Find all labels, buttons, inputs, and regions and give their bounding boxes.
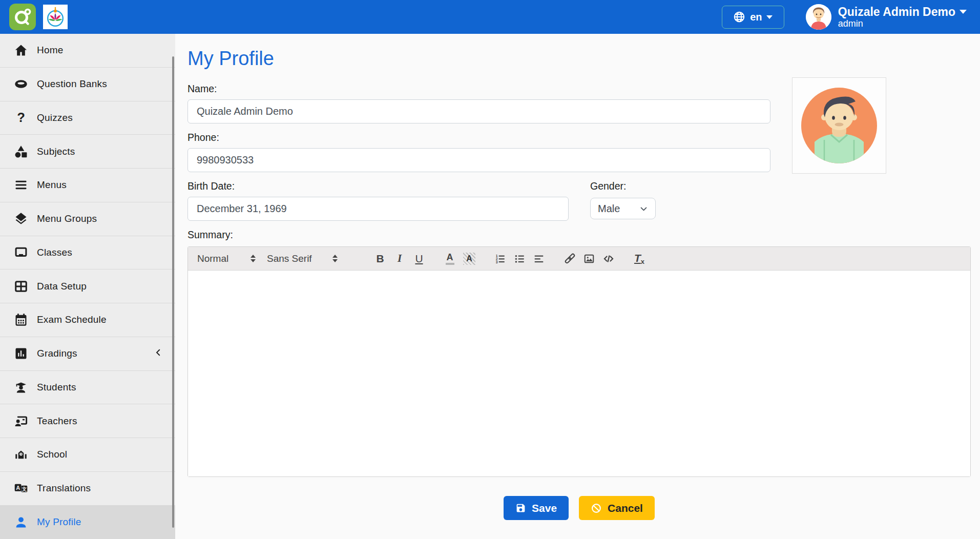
text-color-button[interactable]: A: [440, 250, 460, 267]
user-text: Quizale Admin Demo admin: [838, 5, 967, 29]
shapes-icon: [13, 144, 29, 159]
sidebar-item-classes[interactable]: Classes: [0, 236, 175, 270]
ordered-list-button[interactable]: 123: [490, 250, 510, 267]
italic-button[interactable]: I: [390, 250, 409, 267]
translate-icon: A文: [13, 481, 29, 496]
sidebar: Home Question Banks ? Quizzes Subjects M…: [0, 34, 175, 539]
teacher-board-icon: [13, 413, 29, 429]
image-button[interactable]: [579, 250, 599, 267]
user-role: admin: [838, 18, 967, 29]
lotus-logo[interactable]: [43, 5, 68, 29]
link-button[interactable]: [560, 250, 579, 267]
lotus-logo-glyph: [44, 6, 67, 28]
underline-button[interactable]: U: [409, 250, 429, 267]
sidebar-scrollbar[interactable]: [172, 56, 174, 528]
save-button[interactable]: Save: [504, 496, 569, 520]
layers-icon: [13, 211, 29, 226]
svg-text:A: A: [16, 485, 20, 491]
gender-label: Gender:: [590, 180, 656, 192]
sidebar-item-data-setup[interactable]: Data Setup: [0, 270, 175, 303]
block-icon: [591, 503, 602, 514]
picker-arrows-icon: [251, 255, 256, 262]
phone-input[interactable]: [187, 148, 770, 172]
table-icon: [13, 279, 29, 294]
sidebar-item-students[interactable]: Students: [0, 371, 175, 405]
laptop-icon: [13, 245, 29, 260]
font-picker[interactable]: Sans Serif: [267, 253, 338, 264]
sidebar-item-teachers[interactable]: Teachers: [0, 404, 175, 438]
link-icon: [564, 253, 576, 264]
bold-button[interactable]: B: [370, 250, 390, 267]
globe-icon: [733, 11, 745, 23]
paragraph-format-picker[interactable]: Normal: [197, 253, 256, 264]
person-icon: [13, 514, 29, 530]
sidebar-item-exam-schedule[interactable]: Exam Schedule: [0, 303, 175, 337]
home-icon: [13, 43, 29, 58]
user-avatar: [806, 4, 831, 30]
sidebar-item-quizzes[interactable]: ? Quizzes: [0, 101, 175, 135]
sidebar-item-subjects[interactable]: Subjects: [0, 135, 175, 169]
svg-text:3: 3: [496, 260, 498, 264]
question-bank-icon: [13, 76, 29, 92]
caret-down-icon: [766, 15, 773, 19]
calendar-icon: [13, 312, 29, 327]
page-title: My Profile: [187, 47, 971, 70]
clean-format-button[interactable]: Tx: [630, 250, 649, 267]
top-navbar: en Quizale Admin Demo admin: [0, 0, 980, 34]
picker-arrows-icon: [332, 255, 338, 262]
ordered-list-icon: 123: [494, 253, 506, 264]
menu-lines-icon: [13, 177, 29, 193]
sidebar-item-menus[interactable]: Menus: [0, 169, 175, 202]
sidebar-item-home[interactable]: Home: [0, 34, 175, 68]
quizale-logo-glyph: [13, 8, 32, 26]
clean-format-icon: Tx: [634, 252, 644, 265]
summary-label: Summary:: [187, 229, 971, 240]
sidebar-item-translations[interactable]: A文 Translations: [0, 472, 175, 506]
chevron-down-icon: [639, 204, 648, 213]
sidebar-item-gradings[interactable]: Gradings: [0, 337, 175, 371]
profile-avatar-illustration: [800, 87, 878, 164]
birth-date-label: Birth Date:: [187, 180, 569, 192]
sidebar-item-school[interactable]: School: [0, 438, 175, 472]
question-mark-icon: ?: [13, 110, 29, 126]
align-icon: [533, 253, 545, 264]
profile-photo: [792, 77, 886, 174]
summary-editor: Normal Sans Serif B I U A A 123: [187, 246, 971, 477]
quizale-logo[interactable]: [9, 4, 36, 30]
sidebar-item-question-banks[interactable]: Question Banks: [0, 68, 175, 101]
save-disk-icon: [515, 503, 526, 513]
code-icon: [602, 253, 615, 265]
summary-editor-body[interactable]: [188, 271, 970, 476]
align-button[interactable]: [529, 250, 549, 267]
bar-chart-icon: [13, 346, 29, 361]
code-block-button[interactable]: [599, 250, 618, 267]
svg-text:文: 文: [21, 486, 27, 492]
language-selector[interactable]: en: [722, 6, 784, 29]
editor-toolbar: Normal Sans Serif B I U A A 123: [188, 247, 970, 271]
sidebar-item-menu-groups[interactable]: Menu Groups: [0, 202, 175, 236]
bullet-list-button[interactable]: [510, 250, 529, 267]
user-name: Quizale Admin Demo: [838, 5, 955, 18]
background-color-button[interactable]: A: [460, 250, 479, 267]
name-input[interactable]: [187, 99, 770, 123]
caret-down-icon: [960, 10, 967, 14]
chevron-left-icon: [154, 348, 163, 359]
svg-text:?: ?: [17, 111, 25, 125]
gender-select[interactable]: Male: [590, 198, 656, 219]
background-color-icon: A: [463, 253, 475, 265]
form-actions: Save Cancel: [187, 496, 971, 520]
birth-date-input[interactable]: [187, 197, 569, 221]
sidebar-item-my-profile[interactable]: My Profile: [0, 506, 175, 539]
main-content: My Profile Name: Phone: Birth Date: Gend…: [175, 34, 980, 539]
user-menu[interactable]: Quizale Admin Demo admin: [806, 4, 967, 30]
text-color-icon: A: [446, 253, 454, 265]
language-code: en: [750, 11, 762, 23]
school-building-icon: [13, 447, 29, 462]
image-icon: [583, 253, 595, 264]
cancel-button[interactable]: Cancel: [579, 496, 655, 520]
graduate-icon: [13, 380, 29, 395]
gender-value: Male: [598, 203, 620, 215]
bullet-list-icon: [514, 253, 525, 264]
